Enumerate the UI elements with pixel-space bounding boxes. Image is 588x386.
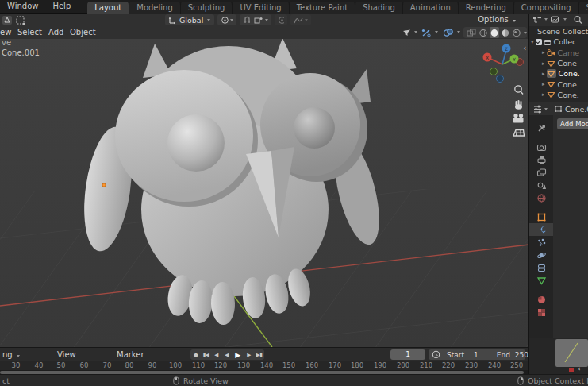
- menu-window[interactable]: Window: [0, 0, 45, 13]
- connector-arrow-icon: ▸: [542, 60, 545, 67]
- tab-object-icon[interactable]: [529, 210, 553, 223]
- play-button[interactable]: ▶: [232, 349, 244, 360]
- proportional-falloff-dropdown[interactable]: [290, 14, 311, 25]
- properties-editor-caret[interactable]: [544, 108, 548, 110]
- tab-texture-icon[interactable]: [529, 306, 553, 318]
- tab-world-icon[interactable]: [529, 191, 553, 204]
- collection-icon: [544, 38, 551, 46]
- tab-rendering[interactable]: Rendering: [459, 2, 514, 14]
- tab-constraints-icon[interactable]: [529, 261, 553, 274]
- outliner-row-cone-003[interactable]: ▸ Cone.: [529, 90, 588, 100]
- outliner-row-cone[interactable]: ▸ Cone: [529, 58, 588, 68]
- jump-to-start-button[interactable]: ▮◀: [201, 349, 211, 360]
- tab-layout[interactable]: Layout: [87, 2, 129, 14]
- pivot-point-dropdown[interactable]: [217, 14, 236, 25]
- pan-view-icon[interactable]: [515, 100, 522, 110]
- ruler-frame-label: 180: [351, 361, 363, 370]
- sidebar-collapse-arrow[interactable]: ‹: [523, 43, 526, 53]
- outliner-mode-caret[interactable]: [544, 18, 548, 21]
- outliner-row-cone-001-selected[interactable]: ▸ Cone.: [529, 68, 588, 79]
- outliner-filter-icon[interactable]: [551, 14, 560, 25]
- overlays-caret[interactable]: [457, 31, 460, 33]
- tab-scripting[interactable]: Scripting: [579, 2, 588, 14]
- current-frame-field[interactable]: 1: [390, 349, 425, 360]
- tab-output-icon[interactable]: [529, 153, 553, 166]
- tab-animation[interactable]: Animation: [403, 2, 459, 14]
- cone-icon: [547, 70, 555, 78]
- editor-type-icon[interactable]: [2, 14, 13, 25]
- gizmos-caret[interactable]: [435, 31, 438, 33]
- ruler-frame-label: 230: [465, 361, 478, 370]
- object-menu[interactable]: Object: [70, 26, 96, 39]
- timeline-keying-menu[interactable]: ng: [2, 348, 20, 361]
- transform-orientation-dropdown[interactable]: Global: [165, 14, 214, 25]
- overlays-toggle-icon[interactable]: [442, 27, 454, 38]
- gizmo-minus-y[interactable]: [490, 68, 498, 75]
- outliner-label: Scene Collecti: [537, 27, 588, 36]
- record-button[interactable]: ●: [190, 349, 201, 360]
- shading-wireframe-icon[interactable]: [478, 27, 488, 38]
- tab-texture-paint[interactable]: Texture Paint: [290, 2, 356, 14]
- end-frame-field[interactable]: 250: [515, 351, 528, 359]
- visibility-filter-icon[interactable]: [402, 27, 412, 38]
- start-frame-field[interactable]: 1: [474, 351, 478, 359]
- tab-modeling[interactable]: Modeling: [129, 2, 181, 14]
- tab-uv-editing[interactable]: UV Editing: [233, 2, 289, 14]
- object-mode-icon[interactable]: [15, 14, 26, 25]
- tab-scene-icon[interactable]: [529, 179, 553, 191]
- shading-solid-icon[interactable]: [490, 27, 499, 38]
- outliner-row-cone-002[interactable]: ▸ Cone.: [529, 79, 588, 89]
- timeline-view-menu[interactable]: View: [57, 348, 76, 361]
- outliner-display-mode-icon[interactable]: [532, 14, 542, 25]
- view-menu[interactable]: ew: [0, 26, 11, 39]
- jump-to-end-button[interactable]: ▶▮: [254, 349, 264, 360]
- snap-controls[interactable]: [240, 14, 271, 25]
- properties-editor-icon[interactable]: [532, 103, 543, 114]
- outliner-row-scene-collection[interactable]: Scene Collecti: [529, 26, 588, 37]
- shading-material-icon[interactable]: [501, 27, 510, 38]
- tab-shading[interactable]: Shading: [355, 2, 403, 14]
- owl-right-pupil: [294, 107, 335, 149]
- select-menu[interactable]: Select: [17, 26, 42, 39]
- outliner-row-collection[interactable]: ▾ Collec: [529, 37, 588, 47]
- tab-view-layer-icon[interactable]: [529, 166, 553, 179]
- outliner-row-camera[interactable]: ▸ Came: [529, 48, 588, 58]
- ruler-frame-label: 110: [192, 361, 205, 370]
- gizmo-minus-z[interactable]: [497, 75, 504, 83]
- orientation-icon: [168, 16, 177, 25]
- tab-material-icon[interactable]: [529, 293, 553, 306]
- options-menu[interactable]: Options: [478, 14, 516, 26]
- tab-physics-icon[interactable]: [529, 249, 553, 261]
- status-bar: ct Rotate View Object Context Menu: [0, 374, 588, 386]
- preview-range-clock-icon[interactable]: [432, 349, 440, 361]
- timeline-ruler[interactable]: 30 40 50 60 70 80 90 100 110 120 130 140…: [0, 361, 529, 370]
- add-modifier-button[interactable]: Add Modifier: [557, 118, 588, 129]
- add-menu[interactable]: Add: [48, 26, 63, 39]
- gizmo-x-label: X: [486, 55, 489, 60]
- next-keyframe-button[interactable]: ▶: [244, 349, 254, 360]
- expand-arrow-icon[interactable]: ▾: [531, 39, 534, 45]
- menu-help[interactable]: Help: [45, 0, 78, 13]
- previous-keyframe-button[interactable]: ◀: [211, 349, 221, 360]
- outliner-search-icon[interactable]: [573, 14, 583, 25]
- visibility-caret[interactable]: [414, 31, 417, 33]
- shading-rendered-icon[interactable]: [512, 27, 521, 38]
- tab-render-icon[interactable]: [529, 141, 553, 153]
- tab-object-data-icon[interactable]: [529, 274, 553, 287]
- viewport-3d[interactable]: ve Cone.001 X Y Z: [0, 39, 529, 347]
- tab-modifiers-icon[interactable]: [529, 223, 553, 236]
- outliner-filter-caret[interactable]: [563, 18, 567, 21]
- gizmos-toggle-icon[interactable]: [421, 27, 432, 38]
- editor-divider[interactable]: [528, 14, 529, 374]
- collection-checkbox[interactable]: [536, 39, 542, 45]
- ruler-frame-label: 200: [397, 361, 409, 370]
- tab-tool-icon[interactable]: [529, 122, 553, 134]
- xray-toggle-icon[interactable]: [467, 27, 476, 38]
- tab-particles-icon[interactable]: [529, 236, 553, 249]
- scroll-left-arrow[interactable]: ‹: [578, 365, 581, 372]
- timeline-marker-menu[interactable]: Marker: [117, 348, 144, 361]
- tab-compositing[interactable]: Compositing: [514, 2, 579, 14]
- play-reverse-button[interactable]: ◀: [221, 349, 232, 360]
- proportional-editing-toggle[interactable]: [275, 14, 287, 25]
- tab-sculpting[interactable]: Sculpting: [181, 2, 233, 14]
